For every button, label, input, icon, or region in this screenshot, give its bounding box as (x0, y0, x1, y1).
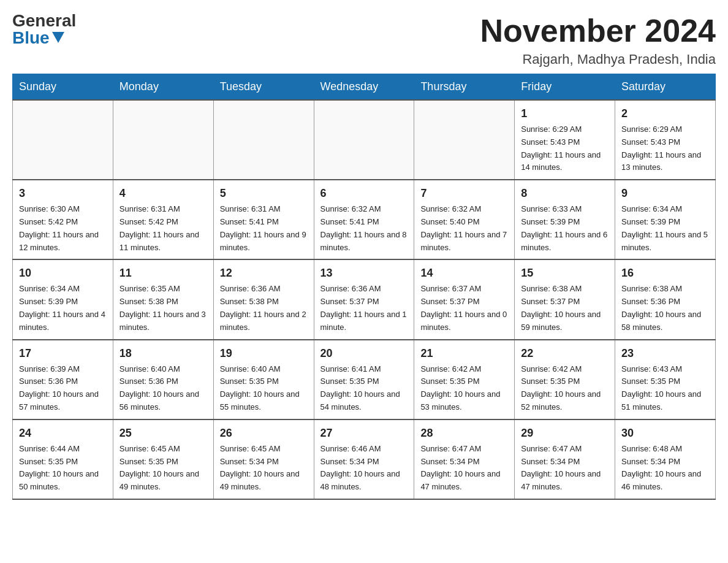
day-number: 12 (220, 265, 308, 282)
day-info: Sunrise: 6:29 AM Sunset: 5:43 PM Dayligh… (521, 123, 609, 174)
table-row (314, 100, 414, 180)
calendar-week-row: 17Sunrise: 6:39 AM Sunset: 5:36 PM Dayli… (13, 340, 716, 419)
col-wednesday: Wednesday (314, 74, 414, 101)
day-info: Sunrise: 6:48 AM Sunset: 5:34 PM Dayligh… (621, 443, 709, 494)
table-row: 11Sunrise: 6:35 AM Sunset: 5:38 PM Dayli… (113, 259, 213, 339)
table-row: 15Sunrise: 6:38 AM Sunset: 5:37 PM Dayli… (515, 259, 615, 339)
col-monday: Monday (113, 74, 213, 101)
table-row: 29Sunrise: 6:47 AM Sunset: 5:34 PM Dayli… (515, 419, 615, 499)
calendar-week-row: 24Sunrise: 6:44 AM Sunset: 5:35 PM Dayli… (13, 419, 716, 499)
table-row: 1Sunrise: 6:29 AM Sunset: 5:43 PM Daylig… (515, 100, 615, 180)
col-friday: Friday (515, 74, 615, 101)
table-row: 17Sunrise: 6:39 AM Sunset: 5:36 PM Dayli… (13, 340, 113, 419)
calendar-subtitle: Rajgarh, Madhya Pradesh, India (480, 52, 716, 67)
day-info: Sunrise: 6:29 AM Sunset: 5:43 PM Dayligh… (621, 123, 709, 174)
day-number: 10 (19, 265, 107, 282)
day-number: 18 (119, 345, 207, 362)
day-info: Sunrise: 6:42 AM Sunset: 5:35 PM Dayligh… (521, 363, 609, 414)
day-info: Sunrise: 6:32 AM Sunset: 5:40 PM Dayligh… (420, 203, 508, 254)
table-row: 18Sunrise: 6:40 AM Sunset: 5:36 PM Dayli… (113, 340, 213, 419)
table-row: 13Sunrise: 6:36 AM Sunset: 5:37 PM Dayli… (314, 259, 414, 339)
day-info: Sunrise: 6:45 AM Sunset: 5:35 PM Dayligh… (119, 443, 207, 494)
day-number: 19 (220, 345, 308, 362)
logo-triangle-icon (52, 32, 64, 43)
table-row: 7Sunrise: 6:32 AM Sunset: 5:40 PM Daylig… (414, 180, 515, 259)
table-row: 6Sunrise: 6:32 AM Sunset: 5:41 PM Daylig… (314, 180, 414, 259)
table-row: 2Sunrise: 6:29 AM Sunset: 5:43 PM Daylig… (615, 100, 716, 180)
table-row: 19Sunrise: 6:40 AM Sunset: 5:35 PM Dayli… (213, 340, 314, 419)
day-info: Sunrise: 6:38 AM Sunset: 5:36 PM Dayligh… (621, 283, 709, 334)
day-info: Sunrise: 6:47 AM Sunset: 5:34 PM Dayligh… (420, 443, 508, 494)
day-number: 4 (119, 185, 207, 202)
table-row: 22Sunrise: 6:42 AM Sunset: 5:35 PM Dayli… (515, 340, 615, 419)
table-row: 9Sunrise: 6:34 AM Sunset: 5:39 PM Daylig… (615, 180, 716, 259)
day-info: Sunrise: 6:32 AM Sunset: 5:41 PM Dayligh… (320, 203, 408, 254)
table-row (414, 100, 515, 180)
day-number: 9 (621, 185, 709, 202)
day-info: Sunrise: 6:44 AM Sunset: 5:35 PM Dayligh… (19, 443, 107, 494)
day-number: 27 (320, 425, 408, 442)
table-row (113, 100, 213, 180)
page-header: General Blue November 2024 Rajgarh, Madh… (12, 12, 716, 67)
day-number: 24 (19, 425, 107, 442)
day-info: Sunrise: 6:42 AM Sunset: 5:35 PM Dayligh… (420, 363, 508, 414)
day-number: 23 (621, 345, 709, 362)
table-row: 5Sunrise: 6:31 AM Sunset: 5:41 PM Daylig… (213, 180, 314, 259)
day-number: 8 (521, 185, 609, 202)
day-info: Sunrise: 6:40 AM Sunset: 5:35 PM Dayligh… (220, 363, 308, 414)
table-row: 8Sunrise: 6:33 AM Sunset: 5:39 PM Daylig… (515, 180, 615, 259)
col-sunday: Sunday (13, 74, 113, 101)
table-row: 23Sunrise: 6:43 AM Sunset: 5:35 PM Dayli… (615, 340, 716, 419)
table-row: 24Sunrise: 6:44 AM Sunset: 5:35 PM Dayli… (13, 419, 113, 499)
table-row: 12Sunrise: 6:36 AM Sunset: 5:38 PM Dayli… (213, 259, 314, 339)
day-info: Sunrise: 6:36 AM Sunset: 5:38 PM Dayligh… (220, 283, 308, 334)
table-row: 20Sunrise: 6:41 AM Sunset: 5:35 PM Dayli… (314, 340, 414, 419)
day-info: Sunrise: 6:34 AM Sunset: 5:39 PM Dayligh… (19, 283, 107, 334)
day-info: Sunrise: 6:43 AM Sunset: 5:35 PM Dayligh… (621, 363, 709, 414)
calendar-week-row: 10Sunrise: 6:34 AM Sunset: 5:39 PM Dayli… (13, 259, 716, 339)
day-info: Sunrise: 6:41 AM Sunset: 5:35 PM Dayligh… (320, 363, 408, 414)
day-number: 25 (119, 425, 207, 442)
calendar-week-row: 1Sunrise: 6:29 AM Sunset: 5:43 PM Daylig… (13, 100, 716, 180)
calendar-week-row: 3Sunrise: 6:30 AM Sunset: 5:42 PM Daylig… (13, 180, 716, 259)
table-row: 4Sunrise: 6:31 AM Sunset: 5:42 PM Daylig… (113, 180, 213, 259)
table-row: 3Sunrise: 6:30 AM Sunset: 5:42 PM Daylig… (13, 180, 113, 259)
table-row: 21Sunrise: 6:42 AM Sunset: 5:35 PM Dayli… (414, 340, 515, 419)
col-saturday: Saturday (615, 74, 716, 101)
table-row (13, 100, 113, 180)
day-number: 28 (420, 425, 508, 442)
day-number: 3 (19, 185, 107, 202)
day-info: Sunrise: 6:31 AM Sunset: 5:42 PM Dayligh… (119, 203, 207, 254)
day-info: Sunrise: 6:40 AM Sunset: 5:36 PM Dayligh… (119, 363, 207, 414)
day-info: Sunrise: 6:36 AM Sunset: 5:37 PM Dayligh… (320, 283, 408, 334)
day-info: Sunrise: 6:38 AM Sunset: 5:37 PM Dayligh… (521, 283, 609, 334)
table-row (213, 100, 314, 180)
day-number: 26 (220, 425, 308, 442)
table-row: 27Sunrise: 6:46 AM Sunset: 5:34 PM Dayli… (314, 419, 414, 499)
table-row: 10Sunrise: 6:34 AM Sunset: 5:39 PM Dayli… (13, 259, 113, 339)
day-number: 7 (420, 185, 508, 202)
day-number: 30 (621, 425, 709, 442)
table-row: 28Sunrise: 6:47 AM Sunset: 5:34 PM Dayli… (414, 419, 515, 499)
table-row: 14Sunrise: 6:37 AM Sunset: 5:37 PM Dayli… (414, 259, 515, 339)
day-number: 29 (521, 425, 609, 442)
day-number: 13 (320, 265, 408, 282)
day-number: 11 (119, 265, 207, 282)
title-block: November 2024 Rajgarh, Madhya Pradesh, I… (480, 12, 716, 67)
day-info: Sunrise: 6:30 AM Sunset: 5:42 PM Dayligh… (19, 203, 107, 254)
day-number: 22 (521, 345, 609, 362)
day-number: 5 (220, 185, 308, 202)
logo-blue-text: Blue (12, 29, 64, 47)
table-row: 16Sunrise: 6:38 AM Sunset: 5:36 PM Dayli… (615, 259, 716, 339)
day-number: 17 (19, 345, 107, 362)
table-row: 25Sunrise: 6:45 AM Sunset: 5:35 PM Dayli… (113, 419, 213, 499)
table-row: 26Sunrise: 6:45 AM Sunset: 5:34 PM Dayli… (213, 419, 314, 499)
day-number: 16 (621, 265, 709, 282)
day-info: Sunrise: 6:45 AM Sunset: 5:34 PM Dayligh… (220, 443, 308, 494)
day-info: Sunrise: 6:31 AM Sunset: 5:41 PM Dayligh… (220, 203, 308, 254)
day-number: 1 (521, 105, 609, 122)
calendar-table: Sunday Monday Tuesday Wednesday Thursday… (12, 74, 716, 500)
day-number: 21 (420, 345, 508, 362)
col-tuesday: Tuesday (213, 74, 314, 101)
col-thursday: Thursday (414, 74, 515, 101)
